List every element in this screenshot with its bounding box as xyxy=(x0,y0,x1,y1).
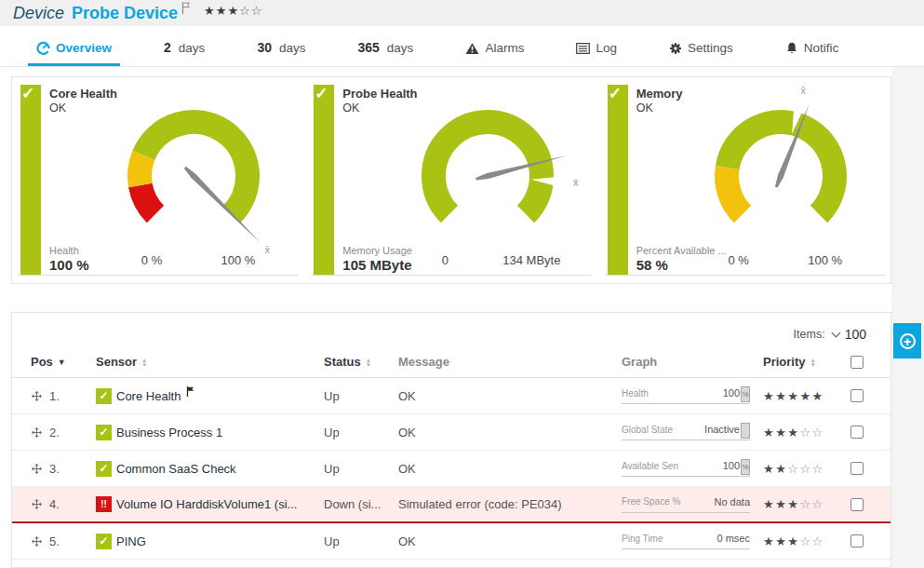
table-row[interactable]: 4. !! Volume IO HarddiskVolume1 (si... D… xyxy=(12,487,891,523)
table-row[interactable]: 1. ✓ Core Health Up OK Health 100 % ★★★★… xyxy=(12,378,891,414)
sensor-status: Up xyxy=(324,462,398,476)
position-number: 4. xyxy=(49,497,60,511)
move-handle-icon[interactable] xyxy=(31,426,43,439)
channel-label: Memory Usage xyxy=(342,245,412,256)
sensor-name-link[interactable]: Volume IO HarddiskVolume1 (si... xyxy=(116,497,297,511)
gauge-chart: x̄ xyxy=(385,94,590,243)
sensor-message: OK xyxy=(398,426,622,440)
gauge-chart: x̄ xyxy=(678,94,883,243)
sensor-name-link[interactable]: Core Health xyxy=(116,389,181,403)
check-icon: ✓ xyxy=(609,84,622,103)
tab-alarms[interactable]: Alarms xyxy=(457,41,532,66)
column-header-pos[interactable]: Pos▼ xyxy=(31,355,96,369)
mini-graph[interactable]: Global State Inactive xyxy=(622,424,750,440)
sensor-name-link[interactable]: PING xyxy=(116,534,146,548)
gauges-card: ✓ Core Health OK x̄ 0 % 100 % Health 100… xyxy=(11,76,891,284)
move-handle-icon[interactable] xyxy=(31,463,43,475)
position-number: 1. xyxy=(49,389,60,403)
sort-icon: ▲▼ xyxy=(810,358,816,367)
sensor-status-icon: ✓ xyxy=(96,534,112,549)
sort-icon: ▲▼ xyxy=(366,358,371,367)
check-icon: ✓ xyxy=(21,84,34,103)
move-handle-icon[interactable] xyxy=(31,535,43,548)
column-header-status[interactable]: Status▲▼ xyxy=(324,355,398,369)
priority-stars[interactable]: ★★★☆☆ xyxy=(763,426,843,440)
sensor-table-body: 1. ✓ Core Health Up OK Health 100 % ★★★★… xyxy=(12,378,891,560)
gauge-scale-max: 100 % xyxy=(783,253,867,267)
row-checkbox[interactable] xyxy=(850,389,864,402)
gauge-scale-max: 134 MByte xyxy=(489,253,573,267)
select-all-checkbox[interactable] xyxy=(850,356,864,369)
mini-graph[interactable]: Free Space % No data xyxy=(622,496,750,513)
tab-label: days xyxy=(279,41,306,55)
tab-overview[interactable]: Overview xyxy=(28,41,120,66)
title-bar: Device Probe Device ★★★☆☆ xyxy=(0,0,924,26)
column-header-graph: Graph xyxy=(622,355,763,369)
row-checkbox[interactable] xyxy=(850,534,864,548)
channel-value: 100 % xyxy=(49,257,89,273)
add-sensor-button[interactable]: + xyxy=(893,323,921,358)
table-row[interactable]: 3. ✓ Common SaaS Check Up OK Available S… xyxy=(12,451,891,487)
mini-graph[interactable]: Ping Time 0 msec xyxy=(622,533,750,549)
gauge-status: OK xyxy=(636,101,653,115)
gauge-icon xyxy=(36,41,50,55)
priority-stars[interactable]: ★★★☆☆ xyxy=(763,534,843,548)
sensor-status-icon: ✓ xyxy=(96,461,112,477)
mini-graph-label: Available Sen xyxy=(622,461,723,471)
mini-graph[interactable]: Health 100 % xyxy=(622,387,750,404)
sensor-message: OK xyxy=(398,462,622,476)
gauge-status: OK xyxy=(342,101,359,115)
tab-label: Log xyxy=(596,41,617,55)
sensor-name-link[interactable]: Business Process 1 xyxy=(116,426,222,440)
move-handle-icon[interactable] xyxy=(31,390,43,402)
items-value: 100 xyxy=(845,327,866,342)
tab-notifications[interactable]: Notific xyxy=(777,41,848,66)
log-icon xyxy=(576,43,590,54)
sensor-status: Down (si... xyxy=(324,497,398,511)
gauge-handle-icon xyxy=(741,423,750,439)
mini-graph[interactable]: Available Sen 100 % xyxy=(622,460,750,477)
channel-value: 105 MByte xyxy=(342,257,412,273)
sensor-name-link[interactable]: Common SaaS Check xyxy=(116,462,236,476)
tab-label: Settings xyxy=(688,41,733,55)
sensor-status: Up xyxy=(324,426,398,440)
column-header-message: Message xyxy=(398,355,622,369)
column-header-priority[interactable]: Priority▲▼ xyxy=(763,355,843,369)
tab-365-days[interactable]: 365days xyxy=(349,40,422,66)
tab-log[interactable]: Log xyxy=(568,41,625,66)
tab-settings[interactable]: Settings xyxy=(661,41,742,66)
column-header-sensor[interactable]: Sensor▲▼ xyxy=(96,355,324,369)
mini-graph-label: Free Space % xyxy=(622,496,714,507)
items-count-dropdown[interactable]: Items: 100 xyxy=(12,322,891,346)
mini-graph-label: Global State xyxy=(622,425,704,435)
move-handle-icon[interactable] xyxy=(31,498,43,510)
right-panel-strip xyxy=(891,67,924,568)
bell-icon xyxy=(785,41,798,55)
gauge-panel-memory[interactable]: ✓ Memory OK x̄ 0 % 100 % Percent Availab… xyxy=(605,85,885,276)
object-type-label: Device xyxy=(13,4,64,23)
row-checkbox[interactable] xyxy=(850,426,864,439)
row-checkbox[interactable] xyxy=(850,498,864,511)
table-row[interactable]: 2. ✓ Business Process 1 Up OK Global Sta… xyxy=(12,414,891,451)
rating-stars[interactable]: ★★★☆☆ xyxy=(204,4,262,18)
position-number: 2. xyxy=(49,426,60,440)
table-row[interactable]: 5. ✓ PING Up OK Ping Time 0 msec ★★★☆☆ xyxy=(12,523,891,560)
row-checkbox[interactable] xyxy=(850,462,864,475)
priority-stars[interactable]: ★★☆☆☆ xyxy=(763,462,843,476)
position-number: 3. xyxy=(49,462,60,476)
page-title: Probe Device xyxy=(72,4,178,23)
sensor-status-icon: ✓ xyxy=(96,388,112,404)
tab-2-days[interactable]: 2days xyxy=(155,40,213,66)
gauge-panel-core-health[interactable]: ✓ Core Health OK x̄ 0 % 100 % Health 100… xyxy=(18,85,298,276)
sort-desc-icon: ▼ xyxy=(58,358,66,367)
gauge-panel-probe-health[interactable]: ✓ Probe Health OK x̄ 0 134 MByte Memory … xyxy=(311,85,591,276)
tab-bar: Overview 2days 30days 365days Alarms Log… xyxy=(0,26,924,67)
tab-30-days[interactable]: 30days xyxy=(248,40,314,66)
channel-label: Percent Available ... xyxy=(636,245,727,256)
sort-icon: ▲▼ xyxy=(141,358,147,367)
mini-graph-value: 0 msec xyxy=(717,533,750,544)
priority-stars[interactable]: ★★★☆☆ xyxy=(763,497,843,511)
priority-stars[interactable]: ★★★★★ xyxy=(763,389,843,403)
primary-channel: Health 100 % xyxy=(49,245,89,273)
sensor-status-icon: !! xyxy=(96,496,112,512)
